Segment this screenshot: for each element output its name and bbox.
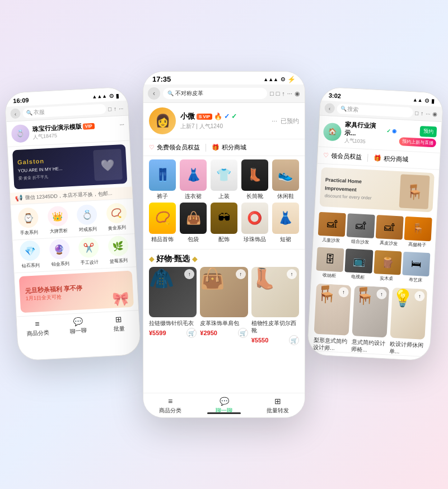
center-store-name: 小微 S VIP 🔥 ✓ ✓ — [180, 111, 267, 121]
right-appoint-button[interactable]: 预约 — [419, 126, 437, 138]
right-cat-combo-sofa[interactable]: 🛋 组合沙发 — [346, 213, 375, 245]
right-benefit-member[interactable]: ♡ 领会员权益 — [323, 151, 362, 162]
center-copy2-icon[interactable]: □ — [276, 90, 280, 97]
center-more-dots[interactable]: ··· — [272, 117, 277, 125]
center-categories-section: 👖 裤子 👗 连衣裙 👕 上装 👢 长筒靴 — [143, 156, 305, 250]
center-back-button[interactable]: ‹ — [148, 87, 160, 100]
sweater-share-icon[interactable]: ↑ — [184, 269, 194, 279]
right-cat-wood-table[interactable]: 🪵 实木桌 — [373, 250, 402, 282]
left-search-box[interactable]: 🔍 衣服 — [22, 104, 106, 119]
center-cat-boots[interactable]: 👢 长筒靴 — [240, 159, 269, 200]
left-cat-diamond[interactable]: 💎 钻石系列 — [15, 240, 46, 270]
center-cat-skirt[interactable]: 👗 短裙 — [270, 203, 300, 243]
more-dots-icon[interactable]: ··· — [119, 121, 124, 128]
center-search-box[interactable]: 🔍 不对称皮革 — [163, 88, 267, 99]
center-cat-accessory-label: 配饰 — [218, 236, 230, 243]
center-cat-pearl[interactable]: ⭕ 珍珠饰品 — [240, 203, 269, 243]
left-cat-platinum[interactable]: 🔮 铂金系列 — [44, 238, 75, 268]
left-nav-chat[interactable]: 💬 聊一聊 — [57, 316, 99, 336]
right-product-3[interactable]: ↑ 💡 欧设计师休闲单... — [389, 288, 427, 356]
center-cat-boots-label: 长筒靴 — [246, 192, 263, 200]
right-share-icon[interactable]: ↑ — [421, 110, 424, 116]
center-cat-jewelry[interactable]: 📿 精品首饰 — [148, 203, 178, 243]
left-copy-icon[interactable]: □ — [108, 106, 112, 112]
right-product-2[interactable]: ↑ 🪑 意式简约设计师椅... — [351, 285, 389, 354]
left-cat-berry[interactable]: 🌿 篮莓系列 — [103, 235, 134, 265]
center-cat-pants-label: 裤子 — [157, 192, 168, 200]
center-product-bag[interactable]: ↑ 👜 皮革珠饰单肩包 ¥2950 🛒 — [200, 267, 248, 345]
right-battery-icon: ▮ — [431, 97, 435, 104]
storage-img: 🗄 — [316, 247, 344, 272]
center-cat-accessory[interactable]: 🕶 配饰 — [209, 203, 239, 243]
center-nav-chat[interactable]: 💬 聊一聊 — [197, 397, 251, 415]
center-benefit-points[interactable]: 🎁 积分商城 — [212, 143, 246, 152]
right-badge-green: ✓ — [386, 128, 391, 134]
right-cat-leather-sofa[interactable]: 🛋 真皮沙发 — [375, 215, 403, 247]
left-vip-badge: VIP — [83, 123, 95, 130]
center-nav-batch[interactable]: ⊞ 批量转发 — [251, 397, 305, 415]
center-cat-pants[interactable]: 👖 裤子 — [148, 159, 178, 200]
right-gift-icon: 🎁 — [374, 154, 382, 162]
right-back-button[interactable]: ‹ — [324, 103, 335, 114]
left-cat-watch[interactable]: ⌚ 手表系列 — [13, 207, 44, 237]
left-cat-platinum-label: 铂金系列 — [51, 260, 69, 267]
right-nav-batch[interactable]: ⊞ 批量转发 — [388, 358, 429, 361]
right-store-name: 家具行业演示... ✓ ◉ — [344, 120, 396, 140]
left-cat-gold[interactable]: 📿 黄金系列 — [101, 203, 132, 232]
left-store-info: 珠宝行业演示模版 VIP ··· 人气18475 — [32, 120, 125, 141]
center-cat-dress[interactable]: 👗 连衣裙 — [179, 159, 208, 200]
center-more-icon[interactable]: ··· — [287, 90, 292, 97]
right-cat-fabric-bed[interactable]: 🛏 布艺床 — [402, 252, 430, 284]
center-cat-bag[interactable]: 👜 包袋 — [179, 203, 208, 243]
left-cat-handmade[interactable]: ✂️ 手工设计 — [73, 237, 104, 266]
left-banner-text: Galston YOU ARE IN MY HE... 爱·黄金 折不平凡 — [17, 156, 63, 181]
right-prod2-share-icon[interactable]: ↑ — [376, 289, 387, 299]
left-cat-brand[interactable]: 👑 大牌赏析 — [43, 205, 73, 235]
chat-nav-icon: 💬 — [73, 317, 83, 326]
boot-share-icon[interactable]: ↑ — [287, 269, 297, 279]
left-more-icon[interactable]: ··· — [119, 105, 124, 111]
center-product-sweater[interactable]: ↑ 🧥 拉链缀饰针织毛衣 ¥5599 🛒 — [149, 267, 197, 345]
center-target-icon[interactable]: ◉ — [295, 90, 300, 97]
right-cat-high-chair[interactable]: 🪑 高腿椅子 — [404, 217, 432, 248]
center-cat-casual[interactable]: 👟 休闲鞋 — [270, 159, 300, 200]
center-cat-skirt-label: 短裙 — [280, 236, 291, 243]
center-battery-icon: ⚡ — [287, 76, 296, 83]
right-cat-kids-sofa[interactable]: 🛋 儿童沙发 — [318, 212, 346, 244]
left-cat-ring[interactable]: 💍 对戒系列 — [72, 204, 102, 233]
right-cat-tv-cabinet[interactable]: 📺 电视柜 — [344, 248, 373, 280]
left-share-icon[interactable]: ↑ — [114, 105, 117, 111]
right-store-avatar: 🏠 — [323, 122, 342, 141]
right-nav-chat[interactable]: 💬 聊一聊 — [347, 356, 389, 361]
bag-share-icon[interactable]: ↑ — [236, 269, 246, 279]
center-copy1-icon[interactable]: □ — [270, 90, 274, 97]
center-cat-top[interactable]: 👕 上装 — [209, 159, 239, 200]
left-nav-category[interactable]: ≡ 商品分类 — [17, 318, 58, 338]
right-banner: Practical Home Improvement discount for … — [319, 167, 434, 212]
left-back-button[interactable]: ‹ — [10, 109, 21, 119]
boot-cart-icon[interactable]: 🛒 — [289, 335, 299, 345]
center-benefit-member[interactable]: ♡ 免费领会员权益 — [149, 143, 200, 152]
right-copy-icon[interactable]: □ — [415, 110, 419, 116]
watch-icon: ⌚ — [18, 207, 39, 228]
center-category-row1: 👖 裤子 👗 连衣裙 👕 上装 👢 长筒靴 — [148, 159, 300, 200]
right-product-1[interactable]: ↑ 🪑 梨形意式简约设计师... — [313, 284, 351, 352]
right-prod3-share-icon[interactable]: ↑ — [414, 291, 425, 302]
bag-cart-icon[interactable]: 🛒 — [238, 328, 248, 338]
left-nav-batch[interactable]: ⊞ 批量 — [98, 314, 139, 334]
right-target-icon[interactable]: ◉ — [432, 111, 438, 117]
signal-icon: ▲▲▲ — [92, 93, 107, 99]
center-share-icon[interactable]: ↑ — [282, 90, 285, 97]
center-status-bar: 17:35 ▲▲▲ ⊙ ⚡ — [143, 72, 305, 84]
right-more-icon[interactable]: ··· — [426, 110, 431, 116]
left-cat-diamond-label: 钻石系列 — [22, 262, 40, 269]
center-product-boot[interactable]: ↑ 👢 植物性皮革切尔西靴 ¥5550 🛒 — [251, 267, 299, 345]
right-nav-category[interactable]: ≡ 分类 — [307, 354, 348, 361]
right-search-box[interactable]: 🔍 搜索 — [337, 104, 413, 117]
right-benefit-points[interactable]: 🎁 积分商城 — [374, 154, 409, 164]
center-badge-blue: ✓ — [224, 112, 230, 120]
right-prod1-share-icon[interactable]: ↑ — [338, 287, 349, 298]
center-nav-category[interactable]: ≡ 商品分类 — [143, 397, 197, 415]
sweater-cart-icon[interactable]: 🛒 — [186, 328, 197, 338]
right-cat-storage[interactable]: 🗄 收纳柜 — [316, 247, 344, 279]
